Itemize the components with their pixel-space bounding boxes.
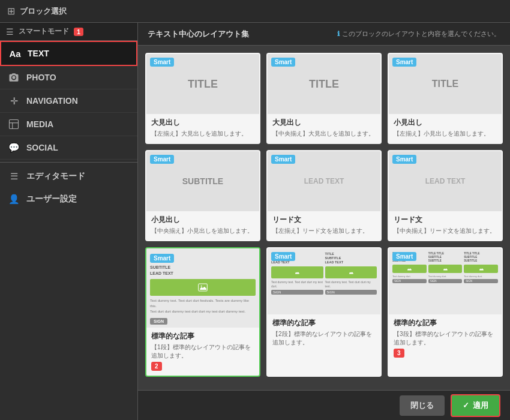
card-title-center-info: 大見出し 【中央揃え】大見出しを追加します。 [268, 114, 380, 143]
smart-badge-2: Smart [271, 58, 295, 67]
smart-badge-7: Smart [150, 254, 174, 263]
lead-left-text: LEAD TEXT [304, 177, 344, 185]
card-title-small-label: 小見出し [394, 118, 497, 128]
card-article-3[interactable]: Smart TITLE TITLESUBTITLESUBTITLE Text d… [388, 247, 503, 377]
article-1-btn: SiGN [150, 318, 167, 325]
card-title-left-info: 大見出し 【左揃え】大見出しを追加します。 [146, 114, 259, 143]
card-lead-center-preview: Smart LEAD TEXT [389, 151, 502, 211]
card-article-3-desc: 【3段】標準的なレイアウトの記事を追加します。 [394, 330, 497, 347]
user-icon: 👤 [7, 193, 20, 206]
card-title-small-info: 小見出し 【左揃え】小見出しを追加します。 [389, 114, 502, 143]
header-title: ブロック選択 [20, 6, 67, 17]
sidebar-item-navigation[interactable]: ✛ NAVIGATION [0, 89, 137, 113]
card-article-1-info: 標準的な記事 【1段】標準的なレイアウトの記事を追加します。 2 [146, 328, 259, 376]
card-title-center-label: 大見出し [272, 118, 376, 128]
editor-icon: ☰ [7, 170, 20, 183]
article-2-cols: TITLESUBTITLELEAD TEXT Text dummy text. … [271, 252, 377, 312]
svg-point-0 [12, 76, 15, 79]
card-article-1-desc: 【1段】標準的なレイアウトの記事を追加します。 [151, 343, 254, 360]
card-article-1-label: 標準的な記事 [151, 331, 254, 341]
text-icon: Aa [8, 47, 22, 60]
content-header-hint: ℹ このブロックのレイアウトと内容を選んでください。 [337, 29, 500, 38]
sidebar-item-photo[interactable]: PHOTO [0, 66, 137, 89]
footer: 閉じる ✓ 適用 [138, 390, 510, 420]
card-lead-left[interactable]: Smart LEAD TEXT リード文 【左揃え】リード文を追加します。 [266, 150, 382, 241]
card-lead-left-preview: Smart LEAD TEXT [268, 151, 380, 211]
sidebar-editor-mode[interactable]: ☰ エディタモード [0, 165, 137, 188]
article-1-lines: SUBTITLELEAD TEXT [150, 265, 256, 277]
card-title-label: 大見出し [151, 118, 254, 128]
card-subtitle-info: 小見出し 【中央揃え】小見出しを追加します。 [146, 211, 259, 240]
smart-badge-4: Smart [150, 155, 174, 164]
card-article-2-info: 標準的な記事 【2段】標準的なレイアウトの記事を追加します。 [268, 314, 380, 352]
lead-center-text: LEAD TEXT [425, 177, 466, 185]
svg-rect-1 [10, 120, 19, 129]
card-article-3-preview: Smart TITLE TITLESUBTITLESUBTITLE Text d… [389, 248, 502, 314]
card-article-2[interactable]: Smart TITLESUBTITLELEAD TEXT Text dummy … [266, 247, 382, 377]
card-subtitle[interactable]: Smart SUBTITLE 小見出し 【中央揃え】小見出しを追加します。 [145, 150, 260, 241]
smart-badge-5: Smart [271, 155, 295, 164]
sidebar-item-text[interactable]: Aa TEXT [0, 41, 137, 66]
cards-grid: Smart TITLE 大見出し 【左揃え】大見出しを追加します。 Smart … [145, 53, 503, 377]
card-article-1-preview: Smart SUBTITLELEAD TEXT Text dummy text.… [146, 248, 259, 328]
media-icon [7, 118, 20, 131]
sidebar-item-social[interactable]: 💬 SOCIAL [0, 136, 137, 160]
card-article-3-label: 標準的な記事 [394, 318, 497, 328]
card-article-1[interactable]: Smart SUBTITLELEAD TEXT Text dummy text.… [145, 247, 260, 377]
editor-mode-label: エディタモード [26, 171, 85, 182]
sidebar-user-settings[interactable]: 👤 ユーザー設定 [0, 188, 137, 211]
cards-container[interactable]: Smart TITLE 大見出し 【左揃え】大見出しを追加します。 Smart … [138, 46, 510, 390]
card-article-2-label: 標準的な記事 [272, 318, 376, 328]
card-lead-left-label: リード文 [272, 215, 376, 225]
navigation-icon: ✛ [7, 94, 20, 107]
card-lead-center-label: リード文 [394, 215, 497, 225]
title-center-text: TITLE [309, 78, 339, 91]
card-title-small-desc: 【左揃え】小見出しを追加します。 [394, 130, 497, 138]
mini-article-3-1: TITLE TITLESUBTITLESUBTITLE Text dummy d… [392, 252, 427, 312]
svg-point-4 [201, 285, 202, 286]
social-label: SOCIAL [26, 143, 58, 152]
card-lead-center-info: リード文 【中央揃え】リード文を追加します。 [389, 211, 502, 240]
user-settings-label: ユーザー設定 [26, 194, 77, 205]
card-lead-center[interactable]: Smart LEAD TEXT リード文 【中央揃え】リード文を追加します。 [388, 150, 503, 241]
apply-check-icon: ✓ [463, 401, 469, 410]
card-title-small-preview: Smart TITLE [389, 54, 502, 114]
mini-article-2-1: TITLESUBTITLELEAD TEXT Text dummy text. … [271, 252, 323, 312]
sidebar-item-media[interactable]: MEDIA [0, 113, 137, 136]
content-header-title: テキスト中心のレイアウト集 [148, 29, 249, 40]
subtitle-text: SUBTITLE [182, 176, 223, 186]
smart-badge-9: Smart [392, 252, 416, 261]
card-title-small[interactable]: Smart TITLE 小見出し 【左揃え】小見出しを追加します。 [388, 53, 503, 144]
card-title-left[interactable]: Smart TITLE 大見出し 【左揃え】大見出しを追加します。 [145, 53, 260, 144]
card-article-2-desc: 【2段】標準的なレイアウトの記事を追加します。 [272, 330, 376, 347]
card-title-center-desc: 【中央揃え】大見出しを追加します。 [272, 130, 376, 138]
mini-article-3-2: TITLE TITLESUBTITLESUBTITLE Text dummy d… [428, 252, 463, 312]
step-badge-3: 3 [394, 349, 404, 358]
step-badge-1: 1 [74, 28, 83, 36]
main-container: ☰ スマートモード 1 Aa TEXT PHOTO ✛ NAVIGATION [0, 23, 510, 420]
header: ⊞ ブロック選択 [0, 0, 510, 23]
card-title-center[interactable]: Smart TITLE 大見出し 【中央揃え】大見出しを追加します。 [266, 53, 382, 144]
photo-icon [7, 71, 20, 84]
close-button[interactable]: 閉じる [400, 395, 445, 416]
card-article-2-preview: Smart TITLESUBTITLELEAD TEXT Text dummy … [268, 248, 380, 314]
info-icon: ℹ [337, 30, 340, 38]
smart-badge-3: Smart [392, 58, 416, 67]
content-header: テキスト中心のレイアウト集 ℹ このブロックのレイアウトと内容を選んでください。 [138, 23, 510, 46]
navigation-label: NAVIGATION [26, 96, 78, 106]
smart-badge-8: Smart [271, 252, 295, 261]
smart-badge-6: Smart [392, 155, 416, 164]
card-lead-left-info: リード文 【左揃え】リード文を追加します。 [268, 211, 380, 240]
card-lead-left-desc: 【左揃え】リード文を追加します。 [272, 227, 376, 235]
card-article-3-info: 標準的な記事 【3段】標準的なレイアウトの記事を追加します。 3 [389, 314, 502, 362]
sidebar: ☰ スマートモード 1 Aa TEXT PHOTO ✛ NAVIGATION [0, 23, 138, 420]
title-preview-text: TITLE [188, 78, 218, 91]
apply-button[interactable]: ✓ 適用 [451, 394, 500, 417]
card-title-center-preview: Smart TITLE [268, 54, 380, 114]
article-1-img [150, 279, 256, 296]
card-lead-center-desc: 【中央揃え】リード文を追加します。 [394, 227, 497, 235]
article-1-text-lines: Text dummy text. Text durt durt festival… [150, 298, 256, 314]
photo-label: PHOTO [26, 73, 56, 82]
smart-mode-header[interactable]: ☰ スマートモード 1 [0, 23, 137, 41]
text-label: TEXT [28, 49, 49, 58]
